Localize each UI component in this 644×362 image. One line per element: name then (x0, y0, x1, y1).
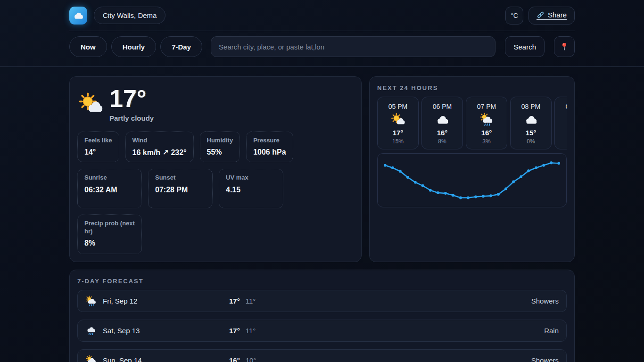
unit-toggle-button[interactable]: °C (505, 7, 523, 25)
sun-behind-cloud-icon (78, 92, 103, 116)
search-input[interactable] (211, 36, 495, 57)
stat-tile: Pressure 1006 hPa (246, 132, 293, 162)
stat-value: 16 km/h ↗ 232° (132, 148, 187, 157)
current-temperature: 17° (109, 86, 154, 111)
forecast-high-temp: 17° (229, 327, 240, 335)
forecast-condition: Rain (544, 327, 559, 335)
forecast-row[interactable]: Sat, Sep 13 17° 11° Rain (77, 320, 567, 342)
stat-label: Sunset (155, 174, 206, 181)
stat-tile: UV max 4.15 (219, 169, 283, 208)
sun-behind-rain-cloud-icon (85, 296, 97, 307)
tab-hourly[interactable]: Hourly (111, 36, 157, 57)
stat-label: UV max (226, 174, 276, 181)
forecast-condition: Showers (531, 297, 559, 305)
hourly-chart-box (377, 153, 567, 207)
hour-temp: 16° (425, 129, 460, 137)
app-header: City Walls, Dema °C Share (0, 0, 644, 31)
nav-bar: Now Hourly 7-Day Search (0, 31, 644, 67)
forecast-low-temp: 11° (246, 327, 256, 335)
hour-time: 08 PM (513, 103, 548, 110)
sun-behind-rain-cloud-icon (85, 355, 97, 362)
forecast-day: Fri, Sep 12 (103, 297, 137, 305)
stat-label: Wind (132, 137, 187, 144)
stat-value: 14° (84, 148, 112, 156)
hour-temp: 15° (558, 129, 567, 137)
forecast-condition: Showers (531, 356, 559, 362)
stat-label: Humidity (207, 137, 233, 144)
stat-value: 06:32 AM (84, 186, 135, 194)
stat-value: 55% (207, 148, 233, 156)
hour-temp: 16° (469, 129, 504, 137)
tab-now[interactable]: Now (69, 36, 107, 57)
stat-tile: Precip prob (next hr) 8% (77, 214, 142, 254)
stat-value: 8% (84, 239, 135, 247)
daily-forecast-card: 7-DAY FORECAST Fri, Sep 12 17° 11° Showe… (69, 270, 575, 362)
view-tabs: Now Hourly 7-Day (69, 36, 202, 57)
hour-temp: 15° (513, 129, 548, 137)
stat-tile: Sunrise 06:32 AM (77, 169, 142, 208)
cloud-icon (524, 113, 538, 127)
forecast-high-temp: 17° (229, 297, 240, 305)
hour-time: 06 PM (425, 103, 460, 110)
hour-card[interactable]: 06 PM 16° 8% (421, 97, 463, 149)
sun-behind-rain-cloud-icon (479, 113, 494, 127)
share-button[interactable]: Share (528, 7, 575, 25)
stat-label: Feels like (84, 137, 112, 144)
hour-time: 07 PM (469, 103, 504, 110)
current-stats-row-1: Feels like 14° Wind 16 km/h ↗ 232° Humid… (77, 132, 354, 162)
stat-label: Sunrise (84, 174, 135, 181)
hour-precip-probability: 15% (380, 138, 415, 145)
hour-precip-probability: 3% (469, 138, 504, 145)
stat-label: Precip prob (next hr) (84, 220, 135, 235)
hour-precip-probability: 0% (513, 138, 548, 145)
stat-value: 4.15 (226, 186, 276, 194)
current-condition: Partly cloudy (109, 114, 154, 122)
stat-tile: Wind 16 km/h ↗ 232° (125, 132, 194, 162)
hour-temp: 17° (380, 129, 415, 137)
stat-label: Pressure (253, 137, 286, 144)
hour-card[interactable]: 09 PM 15° 0% (554, 97, 567, 149)
locate-pin-button[interactable] (554, 36, 575, 57)
forecast-row[interactable]: Sun, Sep 14 16° 10° Showers (77, 349, 567, 362)
forecast-low-temp: 11° (246, 297, 256, 305)
sun-behind-cloud-icon (391, 113, 405, 127)
cloud-icon (435, 113, 449, 127)
stat-tile: Sunset 07:28 PM (148, 169, 213, 208)
rain-cloud-icon (85, 325, 97, 337)
hour-precip-probability: 8% (425, 138, 460, 145)
hourly-title: NEXT 24 HOURS (377, 84, 567, 91)
hourly-temp-chart (381, 156, 562, 204)
hourly-panel: NEXT 24 HOURS 05 PM 17° 15% 06 PM 16° 8%… (369, 76, 575, 262)
forecast-high-temp: 16° (229, 356, 240, 362)
forecast-low-temp: 10° (246, 356, 256, 362)
stat-value: 07:28 PM (155, 186, 206, 194)
hour-precip-probability: 0% (558, 138, 567, 145)
daily-title: 7-DAY FORECAST (77, 278, 567, 285)
hour-time: 05 PM (380, 103, 415, 110)
cloud-icon (73, 10, 84, 21)
app-logo (69, 7, 87, 25)
link-icon (537, 11, 545, 19)
stat-value: 1006 hPa (253, 148, 286, 156)
location-button[interactable]: City Walls, Dema (94, 7, 165, 24)
stat-tile: Feels like 14° (77, 132, 119, 162)
forecast-day: Sat, Sep 13 (103, 327, 140, 335)
hour-card[interactable]: 08 PM 15° 0% (510, 97, 552, 149)
tab-7-day[interactable]: 7-Day (160, 36, 202, 57)
forecast-day: Sun, Sep 14 (103, 356, 142, 362)
hour-card[interactable]: 07 PM 16° 3% (466, 97, 507, 149)
hourly-cards-scroller[interactable]: 05 PM 17° 15% 06 PM 16° 8% 07 PM 16° 3% … (377, 97, 567, 149)
hour-card[interactable]: 05 PM 17° 15% (377, 97, 419, 149)
share-label: Share (548, 11, 567, 19)
daily-rows: Fri, Sep 12 17° 11° Showers Sat, Sep 13 … (77, 290, 567, 362)
round-pushpin-icon (560, 42, 569, 51)
forecast-row[interactable]: Fri, Sep 12 17° 11° Showers (77, 290, 567, 312)
search-button[interactable]: Search (505, 36, 545, 57)
current-stats-row-2: Sunrise 06:32 AM Sunset 07:28 PM UV max … (77, 169, 354, 254)
current-conditions-card: 17° Partly cloudy Feels like 14° Wind 16… (69, 76, 362, 262)
hour-time: 09 PM (558, 103, 567, 110)
stat-tile: Humidity 55% (200, 132, 240, 162)
